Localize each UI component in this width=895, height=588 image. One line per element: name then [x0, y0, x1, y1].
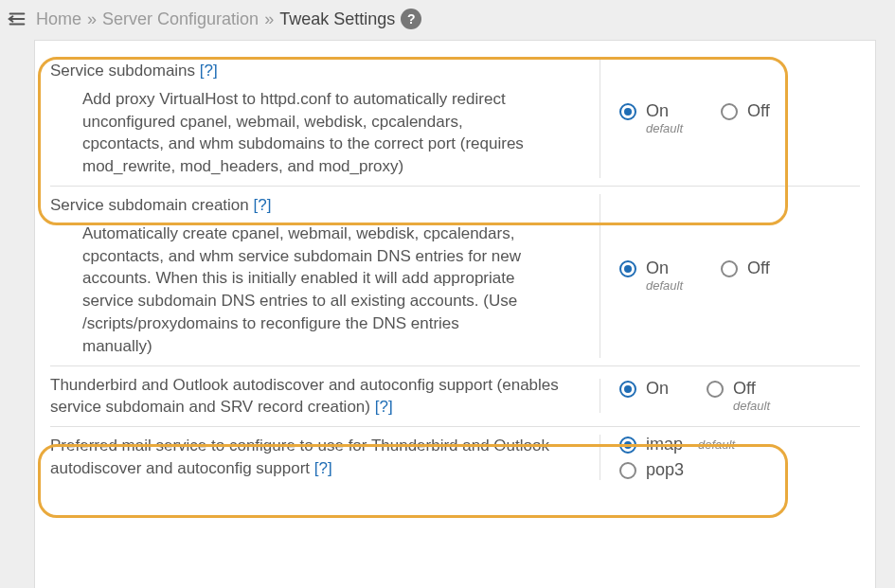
help-link-icon[interactable]: [?] — [314, 459, 332, 477]
on-off-group: On Off default — [619, 379, 770, 413]
setting-controls: On default Off — [600, 194, 860, 358]
radio-on-label: On — [646, 101, 669, 121]
option-off: Off default — [707, 379, 770, 413]
help-link-icon[interactable]: [?] — [375, 398, 393, 416]
help-icon[interactable]: ? — [401, 9, 421, 29]
radio-pop3[interactable] — [619, 462, 636, 479]
radio-on-label: On — [646, 379, 669, 399]
breadcrumb-home[interactable]: Home — [36, 9, 81, 29]
radio-imap[interactable] — [619, 437, 636, 454]
option-pop3: pop3 — [619, 460, 735, 480]
setting-text: Preferred mail service to configure to u… — [50, 435, 600, 480]
top-bar: Home » Server Configuration » Tweak Sett… — [0, 0, 895, 40]
radio-on[interactable] — [619, 381, 636, 398]
setting-title: Service subdomain creation [?] — [50, 194, 587, 217]
setting-row-service-subdomains: Service subdomains [?] Add proxy Virtual… — [35, 52, 875, 186]
setting-row-subdomain-creation: Service subdomain creation [?] Automatic… — [35, 187, 875, 365]
radio-imap-label: imap — [646, 435, 683, 454]
setting-title-text: Service subdomains — [50, 62, 195, 80]
menu-icon[interactable] — [6, 8, 28, 30]
on-off-group: On default Off — [619, 258, 770, 293]
option-imap: imap default — [619, 435, 735, 454]
setting-controls: On Off default — [600, 379, 860, 413]
breadcrumb-sep-icon: » — [264, 9, 274, 29]
setting-title-text: Preferred mail service to configure to u… — [50, 437, 549, 477]
option-off: Off — [721, 101, 770, 121]
setting-text: Service subdomain creation [?] Automatic… — [50, 194, 600, 358]
on-off-group: On default Off — [619, 101, 770, 135]
default-label: default — [646, 278, 683, 293]
radio-off-label: Off — [747, 101, 770, 121]
setting-title: Service subdomains [?] — [50, 60, 587, 82]
setting-description: Automatically create cpanel, webmail, we… — [50, 223, 533, 358]
option-on: On — [619, 379, 669, 399]
setting-title-text: Service subdomain creation — [50, 196, 249, 214]
breadcrumb: Home » Server Configuration » Tweak Sett… — [36, 9, 421, 29]
radio-off-label: Off — [733, 379, 756, 399]
setting-controls: On default Off — [600, 60, 860, 178]
default-label: default — [733, 399, 770, 413]
settings-panel: Service subdomains [?] Add proxy Virtual… — [34, 40, 876, 588]
mail-options: imap default pop3 — [619, 435, 735, 480]
radio-off[interactable] — [721, 260, 738, 277]
default-label: default — [646, 121, 683, 135]
option-off: Off — [721, 258, 770, 278]
breadcrumb-sep-icon: » — [87, 9, 97, 29]
radio-pop3-label: pop3 — [646, 460, 684, 480]
setting-description: Add proxy VirtualHost to httpd.conf to a… — [50, 88, 533, 178]
option-on: On default — [619, 258, 683, 293]
radio-on[interactable] — [619, 103, 636, 120]
radio-off-label: Off — [747, 258, 770, 278]
setting-text: Thunderbird and Outlook autodiscover and… — [50, 374, 600, 419]
setting-title: Thunderbird and Outlook autodiscover and… — [50, 374, 587, 419]
setting-title-text: Thunderbird and Outlook autodiscover and… — [50, 376, 559, 417]
setting-row-autodiscover: Thunderbird and Outlook autodiscover and… — [35, 366, 875, 427]
breadcrumb-server-config[interactable]: Server Configuration — [102, 9, 259, 29]
setting-title: Preferred mail service to configure to u… — [50, 435, 587, 480]
radio-on[interactable] — [619, 260, 636, 277]
help-link-icon[interactable]: [?] — [254, 196, 272, 214]
help-link-icon[interactable]: [?] — [200, 62, 218, 80]
default-label: default — [698, 437, 735, 452]
radio-off[interactable] — [707, 381, 724, 398]
setting-row-preferred-mail: Preferred mail service to configure to u… — [35, 427, 875, 488]
setting-controls: imap default pop3 — [600, 435, 860, 480]
setting-text: Service subdomains [?] Add proxy Virtual… — [50, 60, 600, 178]
breadcrumb-tweak-settings: Tweak Settings — [279, 9, 395, 29]
option-on: On default — [619, 101, 683, 135]
radio-off[interactable] — [721, 103, 738, 120]
radio-on-label: On — [646, 258, 669, 278]
